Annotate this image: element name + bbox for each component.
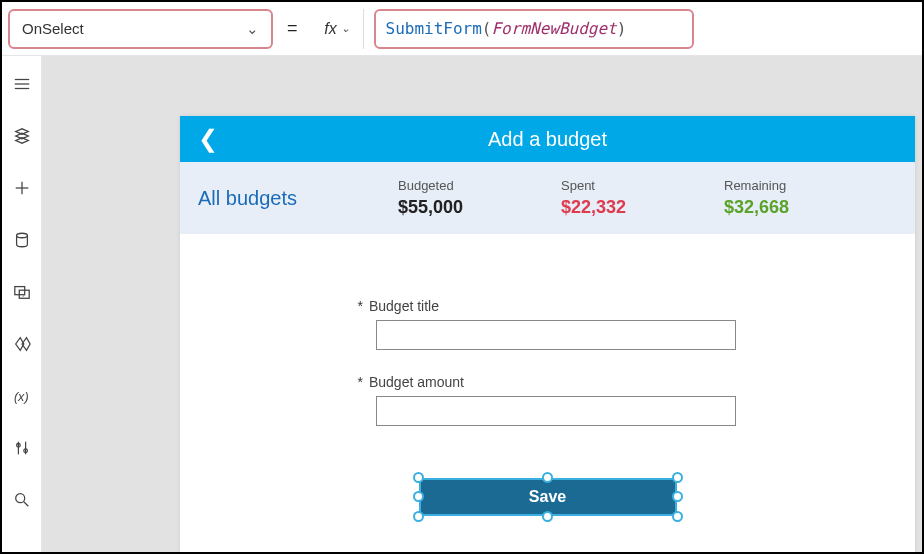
search-icon[interactable]	[12, 490, 32, 510]
data-icon[interactable]	[12, 230, 32, 250]
page-title: Add a budget	[180, 128, 915, 151]
save-button-selection: Save	[419, 478, 677, 516]
workspace: ♪ (x) ❮ Add a budget All budgets Budgete…	[2, 56, 922, 552]
selection-handle[interactable]	[413, 491, 424, 502]
stat-label: Budgeted	[398, 178, 561, 193]
media-icon[interactable]: ♪	[12, 282, 32, 302]
chevron-down-icon: ⌄	[341, 22, 350, 35]
field-amount: * Budget amount	[358, 374, 738, 426]
selection-handle[interactable]	[672, 472, 683, 483]
label-text: Budget title	[369, 298, 439, 314]
svg-text:♪: ♪	[22, 292, 25, 298]
selection-handle[interactable]	[672, 491, 683, 502]
tree-icon[interactable]	[12, 74, 32, 94]
fx-dropdown[interactable]: fx ⌄	[312, 9, 364, 49]
budget-title-input[interactable]	[376, 320, 736, 350]
powerfx-icon[interactable]	[12, 334, 32, 354]
formula-close-paren: )	[617, 19, 627, 38]
selection-handle[interactable]	[542, 472, 553, 483]
required-mark: *	[358, 298, 363, 314]
stat-label: Spent	[561, 178, 724, 193]
selection-handle[interactable]	[413, 472, 424, 483]
formula-argument: FormNewBudget	[491, 19, 616, 38]
back-icon[interactable]: ❮	[198, 127, 218, 151]
property-dropdown[interactable]: OnSelect ⌄	[8, 9, 273, 49]
variables-icon[interactable]: (x)	[12, 386, 32, 406]
selection-handle[interactable]	[542, 511, 553, 522]
chevron-down-icon: ⌄	[246, 20, 259, 38]
canvas-area[interactable]: ❮ Add a budget All budgets Budgeted $55,…	[42, 56, 922, 552]
all-budgets-link[interactable]: All budgets	[198, 187, 398, 210]
app-header: ❮ Add a budget	[180, 116, 915, 162]
stat-label: Remaining	[724, 178, 887, 193]
equals-sign: =	[283, 18, 302, 39]
label-text: Budget amount	[369, 374, 464, 390]
svg-line-15	[23, 502, 28, 507]
formula-open-paren: (	[482, 19, 492, 38]
screens-icon[interactable]	[12, 126, 32, 146]
svg-text:(x): (x)	[13, 390, 28, 404]
budget-amount-input[interactable]	[376, 396, 736, 426]
svg-point-5	[16, 233, 27, 238]
insert-icon[interactable]	[12, 178, 32, 198]
stat-value: $55,000	[398, 197, 561, 218]
stat-spent: Spent $22,332	[561, 178, 724, 218]
required-mark: *	[358, 374, 363, 390]
formula-input[interactable]: SubmitForm(FormNewBudget)	[374, 9, 694, 49]
stat-remaining: Remaining $32,668	[724, 178, 887, 218]
stats-bar: All budgets Budgeted $55,000 Spent $22,3…	[180, 162, 915, 234]
stat-value: $32,668	[724, 197, 887, 218]
stat-value: $22,332	[561, 197, 724, 218]
svg-point-14	[15, 494, 24, 503]
tool-rail: ♪ (x)	[2, 56, 42, 552]
field-title: * Budget title	[358, 298, 738, 350]
property-dropdown-value: OnSelect	[22, 20, 84, 37]
stat-budgeted: Budgeted $55,000	[398, 178, 561, 218]
selection-handle[interactable]	[672, 511, 683, 522]
form-area: * Budget title * Budget amount Save	[180, 234, 915, 552]
formula-function: SubmitForm	[386, 19, 482, 38]
field-label: * Budget title	[358, 298, 738, 314]
fx-label: fx	[324, 20, 336, 38]
app-screen: ❮ Add a budget All budgets Budgeted $55,…	[180, 116, 915, 552]
field-label: * Budget amount	[358, 374, 738, 390]
selection-handle[interactable]	[413, 511, 424, 522]
formula-bar: OnSelect ⌄ = fx ⌄ SubmitForm(FormNewBudg…	[2, 2, 922, 56]
tools-icon[interactable]	[12, 438, 32, 458]
